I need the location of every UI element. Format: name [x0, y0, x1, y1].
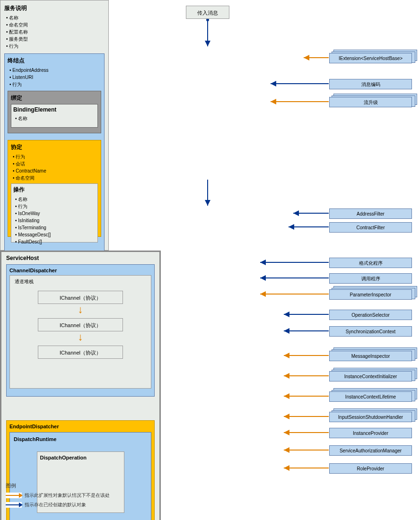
- down-arrow-icon: ↓: [15, 334, 146, 340]
- legend-row-orange: 指示此扩展性对象默认情况下不是在该处: [6, 492, 129, 499]
- address-filter-box: AddressFilter: [329, 208, 412, 219]
- channel-dispatcher-box: ChannelDispatcher 通道堆栈 IChannel（协议） ↓ IC…: [6, 264, 155, 397]
- incoming-message-box: 传入消息: [186, 6, 229, 19]
- service-auth-manager-box: ServiceAuthorizationManager: [329, 445, 412, 456]
- channel-stack-box: 通道堆栈 IChannel（协议） ↓ IChannel（协议） ↓ IChan…: [9, 275, 151, 389]
- sync-context-box: SynchronizationContext: [329, 326, 412, 337]
- service-description-panel: 服务说明 名称 命名空间 配置名称 服务类型 行为 终结点 EndpointAd…: [0, 0, 109, 251]
- parameter-inspector-box: ParameterInspector: [329, 289, 412, 300]
- orange-arrow-icon: [6, 493, 22, 498]
- down-arrow-icon: ↓: [15, 307, 146, 312]
- stream-upgrade-box: 流升级: [329, 97, 412, 107]
- svc-desc-list: 名称 命名空间 配置名称 服务类型 行为: [6, 14, 105, 50]
- binding-element-box: BindingElement 名称: [11, 104, 98, 128]
- operation-selector-box: OperationSelector: [329, 310, 412, 320]
- message-inspector-box: MessageInspector: [329, 351, 412, 361]
- svc-desc-title: 服务说明: [4, 4, 105, 12]
- role-provider-box: RoleProvider: [329, 463, 412, 474]
- legend-panel: 图例 指示此扩展性对象默认情况下不是在该处 指示存在已经创建的默认对象: [6, 482, 129, 508]
- contract-box: 协定 行为 会话 ContractName 命名空间 操作 名称 行为 IsOn…: [8, 140, 101, 237]
- instance-provider-box: InstanceProvider: [329, 428, 412, 438]
- blue-arrow-icon: [6, 502, 22, 508]
- invoker-box: 调用程序: [329, 273, 412, 284]
- servicehost-panel: ServiceHost ChannelDispatcher 通道堆栈 IChan…: [0, 251, 161, 520]
- formatter-box: 格式化程序: [329, 258, 412, 268]
- endpoint-box: 终结点 EndpointAddress ListenURI 行为 绑定 Bind…: [4, 53, 105, 254]
- iextension-box: IExtension<ServiceHostBase>: [329, 53, 412, 63]
- operation-box: 操作 名称 行为 IsOneWay IsInitiating IsTermina…: [11, 183, 98, 243]
- ichannel-box: IChannel（协议）: [38, 346, 123, 359]
- ichannel-box: IChannel（协议）: [38, 291, 123, 304]
- instance-context-init-box: InstanceContextInitializer: [329, 371, 412, 381]
- binding-box: 绑定 BindingElement 名称: [8, 91, 101, 133]
- legend-row-blue: 指示存在已经创建的默认对象: [6, 502, 129, 508]
- contract-filter-box: ContractFilter: [329, 222, 412, 233]
- ichannel-box: IChannel（协议）: [38, 318, 123, 331]
- input-session-shutdown-box: InputSessionShutdownHandler: [329, 412, 412, 422]
- instance-context-lifetime-box: InstanceContextLifetime: [329, 391, 412, 402]
- message-encoding-box: 消息编码: [329, 79, 412, 89]
